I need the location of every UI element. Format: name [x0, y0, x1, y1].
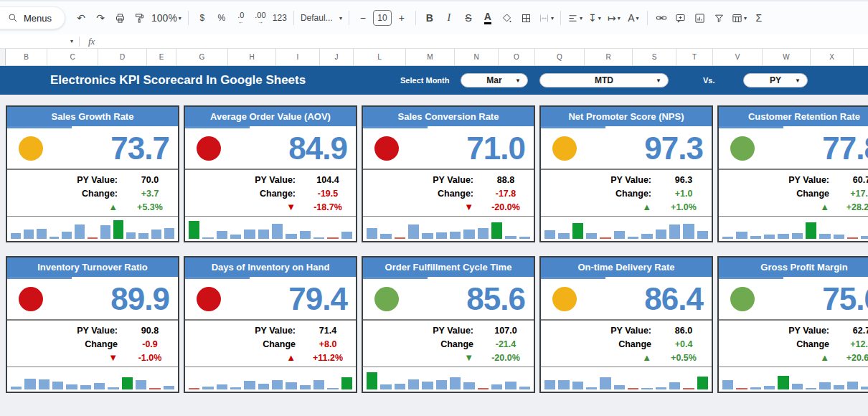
text-rotation-button[interactable]: A▾ [624, 8, 643, 28]
create-filter-icon[interactable] [710, 8, 729, 28]
insert-link-icon[interactable] [652, 8, 671, 28]
change-label: Change: [363, 189, 478, 199]
change-percent: +28.2% [834, 202, 868, 212]
increase-decimals-button[interactable]: .00→ [251, 8, 270, 28]
currency-format-button[interactable]: $ [193, 8, 212, 28]
trend-bar [80, 385, 91, 389]
trend-bar [62, 232, 72, 239]
column-header-N[interactable]: N [455, 49, 499, 65]
trend-bar [380, 234, 391, 239]
column-header-H[interactable]: H [228, 49, 276, 65]
trend-bar [478, 228, 489, 239]
text-color-button[interactable]: A [478, 8, 497, 28]
kpi-card-title: Customer Retention Rate [719, 107, 868, 126]
trend-bar [113, 220, 123, 239]
kpi-value: 77.8 [755, 131, 868, 166]
column-header-D[interactable]: D [98, 49, 147, 65]
column-header-V[interactable]: V [713, 49, 763, 65]
trend-bar [436, 232, 447, 239]
menus-search[interactable]: Menus [0, 6, 65, 29]
column-header-L[interactable]: L [354, 49, 406, 65]
column-header-B[interactable]: B [6, 49, 47, 65]
month-dropdown[interactable]: Mar ▼ [461, 73, 528, 88]
increase-font-size-button[interactable]: + [392, 8, 411, 28]
borders-button[interactable] [517, 8, 536, 28]
status-dot [374, 136, 399, 161]
italic-button[interactable]: I [440, 8, 458, 28]
trend-bar [847, 237, 858, 239]
kpi-card-title: On-time Delivery Rate [541, 257, 712, 277]
decrease-font-size-button[interactable]: − [354, 8, 372, 28]
column-header-J[interactable]: J [320, 49, 354, 65]
chevron-down-icon: ▾ [598, 15, 601, 22]
column-header-R[interactable]: R [585, 49, 633, 65]
paint-format-icon[interactable] [130, 8, 148, 28]
name-box[interactable]: ▾ [0, 38, 79, 44]
column-header-T[interactable]: T [676, 49, 713, 65]
number-format-button[interactable]: 123 [270, 8, 289, 28]
trend-arrow-icon: ▲ [185, 352, 300, 363]
column-header-M[interactable]: M [406, 49, 455, 65]
kpi-stats: PY Value: 60.7 Change +17.1 ▲ +28.2% [719, 170, 868, 216]
column-header-E[interactable]: E [147, 49, 176, 65]
column-headers: BCDEGHIJLMNOQRSTVWX [0, 49, 868, 66]
kpi-value-row: 71.0 [363, 128, 534, 169]
merge-cells-button[interactable]: ▾ [537, 8, 556, 28]
trend-bar [572, 382, 583, 389]
period-dropdown[interactable]: MTD ▼ [539, 73, 669, 88]
text-wrap-button[interactable]: ↦▾ [605, 8, 623, 28]
trend-arrow-icon: ▲ [719, 352, 834, 363]
trend-bar [313, 380, 324, 389]
redo-icon[interactable]: ↷ [91, 8, 110, 28]
column-header-S[interactable]: S [633, 49, 676, 65]
trend-bar [436, 380, 447, 389]
bold-button[interactable]: B [420, 8, 439, 28]
trend-bar [505, 382, 516, 389]
py-value: 90.8 [122, 326, 178, 336]
py-label: PY Value: [185, 326, 300, 336]
column-header-X[interactable]: X [811, 49, 854, 65]
trend-chart [7, 367, 178, 392]
font-family-select[interactable]: Defaul...▾ [298, 8, 344, 28]
trend-bar [764, 235, 775, 239]
trend-bar [408, 379, 419, 389]
insert-comment-icon[interactable] [671, 8, 690, 28]
functions-button[interactable]: Σ [750, 8, 768, 28]
change-value: -19.5 [300, 189, 356, 199]
kpi-value: 79.4 [221, 281, 347, 317]
py-value: 107.0 [478, 326, 534, 336]
kpi-card: On-time Delivery Rate 86.4 PY Value: 86.… [539, 256, 713, 393]
print-icon[interactable] [110, 8, 129, 28]
toolbar-divider [293, 11, 294, 25]
trend-bar [422, 233, 433, 239]
strikethrough-button[interactable]: S [459, 8, 478, 28]
font-size-input[interactable]: 10 [373, 10, 392, 26]
trend-bar [834, 385, 844, 389]
trend-bar [478, 388, 489, 389]
trend-bar [792, 233, 803, 239]
percent-format-button[interactable]: % [212, 8, 231, 28]
column-header-O[interactable]: O [499, 49, 535, 65]
fill-color-button[interactable] [498, 8, 516, 28]
column-header-W[interactable]: W [763, 49, 811, 65]
trend-bar [683, 388, 694, 389]
column-header-Q[interactable]: Q [535, 49, 585, 65]
formula-bar-divider [79, 37, 80, 47]
decrease-decimals-button[interactable]: .0← [232, 8, 250, 28]
vertical-align-button[interactable]: ↧▾ [585, 8, 604, 28]
trend-bar [861, 387, 868, 389]
insert-chart-icon[interactable] [691, 8, 709, 28]
table-views-button[interactable]: ▾ [730, 8, 749, 28]
formula-input[interactable] [95, 34, 868, 48]
trend-bar [450, 232, 461, 239]
column-header-I[interactable]: I [276, 49, 320, 65]
zoom-select[interactable]: 100%▾ [149, 8, 184, 28]
trend-bar [230, 235, 241, 239]
horizontal-align-button[interactable]: ▾ [565, 8, 585, 28]
trend-bar [750, 236, 761, 239]
column-header-C[interactable]: C [47, 49, 98, 65]
kpi-stats: PY Value: 62.7 Change +12.9 ▲ +20.6% [719, 321, 868, 367]
undo-icon[interactable]: ↶ [72, 8, 90, 28]
compare-dropdown[interactable]: PY ▼ [743, 73, 808, 88]
column-header-G[interactable]: G [176, 49, 228, 65]
